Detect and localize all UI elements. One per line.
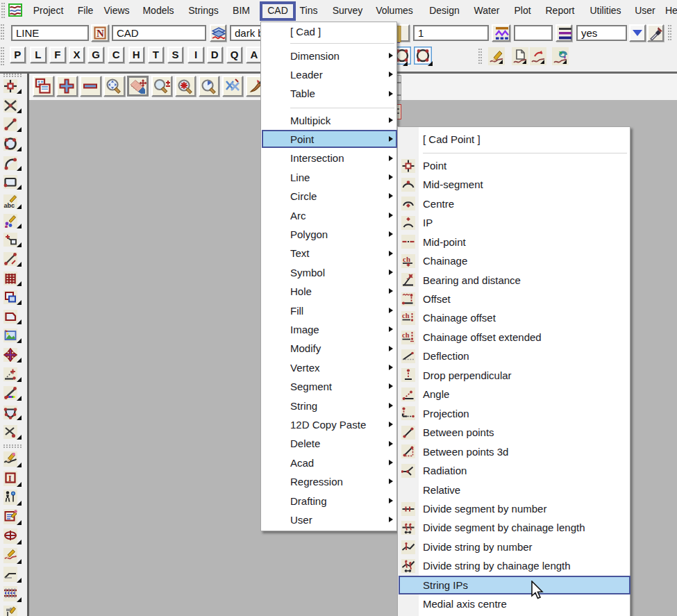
svg-text:I: I xyxy=(8,473,12,483)
svg-text:N: N xyxy=(97,28,104,39)
svg-text:abc: abc xyxy=(4,201,15,208)
